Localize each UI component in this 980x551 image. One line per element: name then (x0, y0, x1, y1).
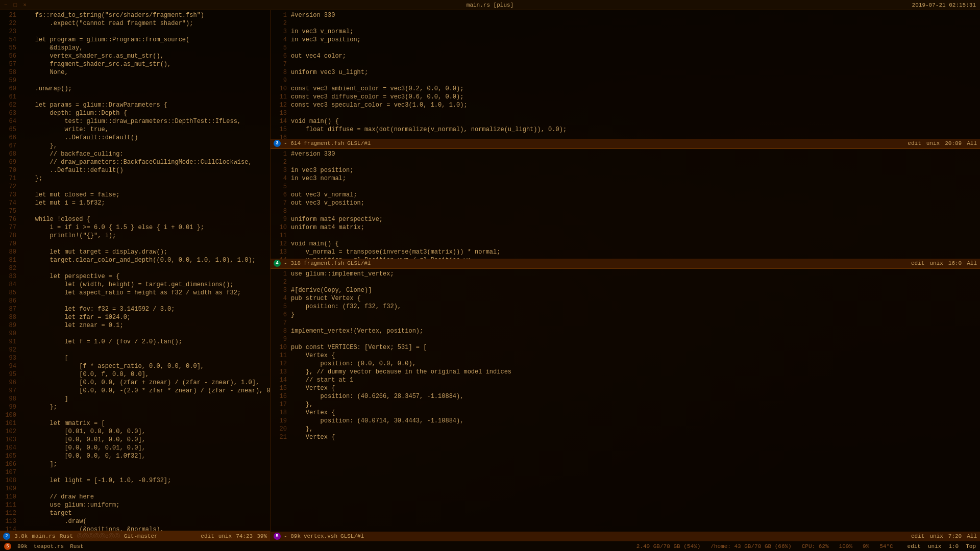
code-line: 106 ]; (0, 460, 270, 468)
code-line: 83 let perspective = { (0, 272, 270, 281)
line-number: 61 (0, 93, 20, 101)
line-number: 9 (271, 215, 291, 223)
line-text (291, 44, 980, 52)
right-mid-code[interactable]: 1#version 33023in vec3 position;4in vec3… (271, 149, 980, 259)
line-text: #version 330 (291, 150, 980, 158)
left-code-content[interactable]: 21 fs::read_to_string("src/shaders/fragm… (0, 10, 270, 531)
right-mid-mode: edit (911, 260, 924, 266)
code-line: 15 Vertex { (271, 384, 980, 392)
line-text: target.clear_color_and_depth((0.0, 0.0, … (20, 256, 270, 264)
code-line: 3in vec3 position; (271, 166, 980, 174)
right-top-linecount: - 614 (284, 140, 301, 146)
line-number: 93 (0, 354, 20, 362)
code-line: 93 [ (0, 354, 270, 362)
line-number: 14 (271, 117, 291, 126)
line-text: implement_vertex!(Vertex, position); (291, 327, 980, 335)
line-text: out vec4 color; (291, 52, 980, 60)
code-line: 4pub struct Vertex { (271, 294, 980, 303)
right-bot-encoding: unix (929, 533, 943, 539)
code-line: 18 Vertex { (271, 409, 980, 417)
line-number: 74 (0, 199, 20, 207)
line-number: 20 (271, 425, 291, 433)
line-number: 89 (0, 321, 20, 330)
line-number: 109 (0, 485, 20, 493)
line-text: [0.0, 0.0, 0, 1.0f32], (20, 452, 270, 460)
line-text: let perspective = { (20, 272, 270, 281)
code-line: 2 (271, 278, 980, 286)
code-line: 11 Vertex { (271, 352, 980, 360)
code-line: 96 [0.0, 0.0, (zfar + znear) / (zfar - z… (0, 379, 270, 387)
line-number: 57 (0, 60, 20, 68)
line-number: 13 (271, 109, 291, 117)
bottom-linecount: 89k (17, 543, 28, 549)
line-number: 14 (271, 376, 291, 384)
line-text: v_normal = transpose(inverse(mat3(matrix… (291, 248, 980, 256)
line-number: 15 (271, 126, 291, 134)
line-number: 86 (0, 297, 20, 305)
code-line: 85 let aspect_ratio = height as f32 / wi… (0, 289, 270, 297)
code-line: 21 fs::read_to_string("src/shaders/fragm… (0, 11, 270, 19)
line-number: 58 (0, 68, 20, 77)
line-text: // draw_parameters::BackfaceCullingMode:… (20, 158, 270, 166)
line-text: use glium::uniform; (20, 501, 270, 509)
close-button[interactable]: × (23, 2, 27, 8)
line-text: out vec3 v_position; (291, 199, 980, 207)
line-number: 81 (0, 256, 20, 264)
line-number: 84 (0, 281, 20, 289)
right-mid-encoding: unix (929, 260, 943, 266)
code-line: 90 (0, 330, 270, 338)
right-bot-code[interactable]: 1use glium::implement_vertex;23#[derive(… (271, 269, 980, 532)
code-line: 9 (271, 77, 980, 85)
line-number: 1 (271, 150, 291, 158)
maximize-button[interactable]: □ (14, 2, 17, 8)
code-line: 12const vec3 specular_color = vec3(1.0, … (271, 101, 980, 109)
bottom-position: 1:0 (948, 543, 959, 549)
minimize-button[interactable]: − (4, 2, 8, 8)
line-number: 21 (271, 433, 291, 441)
line-number: 8 (271, 207, 291, 215)
line-text (20, 93, 270, 101)
line-number: 6 (271, 191, 291, 199)
code-line: 95 [0.0, f, 0.0, 0.0], (0, 370, 270, 379)
bottom-icon: 5 (4, 543, 11, 550)
code-line: 56 vertex_shader_src.as_mut_str(), (0, 52, 270, 60)
right-mid-status: 4 - 318 fragment.fsh GLSL/#l edit unix 1… (271, 259, 980, 268)
line-number: 56 (0, 52, 20, 60)
right-top-code[interactable]: 1#version 33023in vec3 v_normal;4in vec3… (271, 10, 980, 139)
code-line: 68 // backface_culling: (0, 150, 270, 158)
left-pane: 21 fs::read_to_string("src/shaders/fragm… (0, 10, 271, 541)
line-number: 113 (0, 517, 20, 525)
line-number: 10 (271, 85, 291, 93)
line-text: float diffuse = max(dot(normalize(v_norm… (291, 126, 980, 134)
line-number: 70 (0, 166, 20, 174)
code-line: 17 }, (271, 400, 980, 409)
line-text: write: true, (20, 126, 270, 134)
line-number: 68 (0, 150, 20, 158)
line-text: position: (f32, f32, f32), (291, 303, 980, 311)
line-text: position: (0.0, 0.0, 0.0), (291, 360, 980, 368)
home-info: /home: 43 GB/78 GB (66%) (710, 543, 791, 549)
line-number: 11 (271, 352, 291, 360)
line-text (20, 240, 270, 248)
line-number: 5 (271, 183, 291, 191)
line-text: let mut target = display.draw(); (20, 248, 270, 256)
window-time: 2019-07-21 02:15:31 (912, 2, 976, 8)
code-line: 5 position: (f32, f32, f32), (271, 303, 980, 311)
left-mode: edit (201, 533, 214, 539)
code-line: 65 write: true, (0, 126, 270, 134)
line-number: 96 (0, 379, 20, 387)
line-text: let (width, height) = target.get_dimensi… (20, 281, 270, 289)
line-text: }; (20, 403, 270, 411)
line-text: Vertex { (291, 352, 980, 360)
line-number: 1 (271, 11, 291, 19)
code-line: 67 }, (0, 142, 270, 150)
line-number: 23 (0, 28, 20, 36)
left-pane-icon: 2 (3, 533, 10, 540)
line-number: 90 (0, 330, 20, 338)
code-line: 72 (0, 183, 270, 191)
line-number: 78 (0, 232, 20, 240)
right-bot-panel: 1use glium::implement_vertex;23#[derive(… (271, 268, 980, 541)
line-number: 76 (0, 215, 20, 223)
line-text: }, (291, 400, 980, 409)
line-number: 15 (271, 384, 291, 392)
